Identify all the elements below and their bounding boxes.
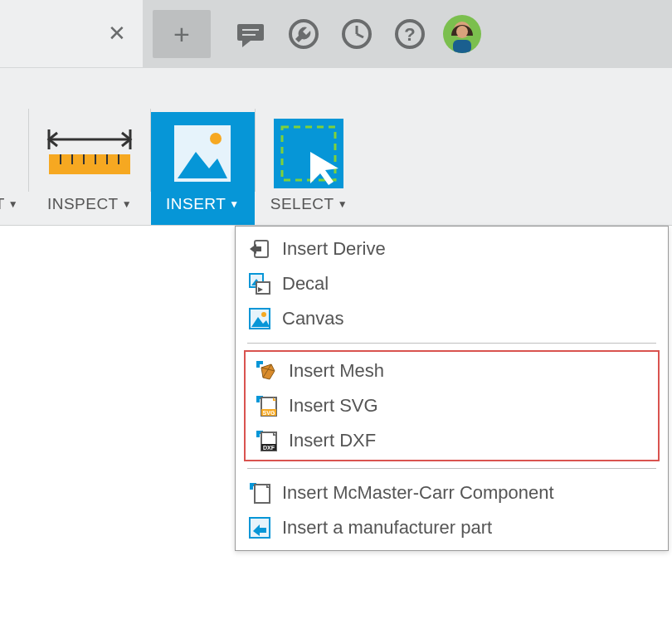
titlebar: ✕ + ? bbox=[0, 0, 672, 68]
wrench-icon[interactable] bbox=[287, 17, 320, 51]
select-icon bbox=[274, 112, 343, 195]
clock-icon[interactable] bbox=[340, 17, 373, 51]
toolbar-inspect[interactable]: INSPECT ▼ bbox=[29, 112, 150, 225]
toolbar-select[interactable]: SELECT ▼ bbox=[256, 112, 363, 225]
toolbar: T▼ INSPECT ▼ bbox=[0, 68, 672, 226]
svg-text:?: ? bbox=[404, 24, 415, 45]
titlebar-icons: ? bbox=[234, 17, 426, 51]
toolbar-item-truncated[interactable]: T▼ bbox=[0, 112, 28, 225]
caret-icon: ▼ bbox=[338, 198, 348, 210]
svg-rect-13 bbox=[453, 40, 471, 53]
svg-point-12 bbox=[456, 26, 468, 37]
plus-icon: + bbox=[173, 18, 190, 51]
caret-icon: ▼ bbox=[122, 198, 132, 210]
toolbar-label: INSPECT bbox=[47, 195, 119, 213]
toolbar-label: SELECT bbox=[270, 195, 334, 213]
svg-rect-27 bbox=[274, 119, 343, 188]
comment-icon[interactable] bbox=[234, 17, 267, 51]
help-icon[interactable]: ? bbox=[393, 17, 426, 51]
toolbar-label: T bbox=[0, 195, 5, 213]
image-icon bbox=[169, 112, 236, 195]
new-tab-button[interactable]: + bbox=[153, 10, 211, 58]
toolbar-insert[interactable]: INSERT ▼ bbox=[151, 112, 255, 225]
active-tab[interactable]: ✕ bbox=[0, 0, 143, 68]
caret-icon: ▼ bbox=[8, 198, 18, 210]
svg-rect-0 bbox=[237, 24, 264, 41]
svg-marker-1 bbox=[242, 41, 251, 47]
ruler-icon bbox=[44, 112, 135, 195]
user-avatar[interactable] bbox=[443, 15, 481, 53]
caret-icon: ▼ bbox=[229, 198, 239, 210]
svg-point-25 bbox=[210, 133, 222, 144]
toolbar-label: INSERT bbox=[166, 195, 226, 213]
svg-line-7 bbox=[357, 34, 363, 37]
close-tab-icon[interactable]: ✕ bbox=[108, 21, 126, 46]
